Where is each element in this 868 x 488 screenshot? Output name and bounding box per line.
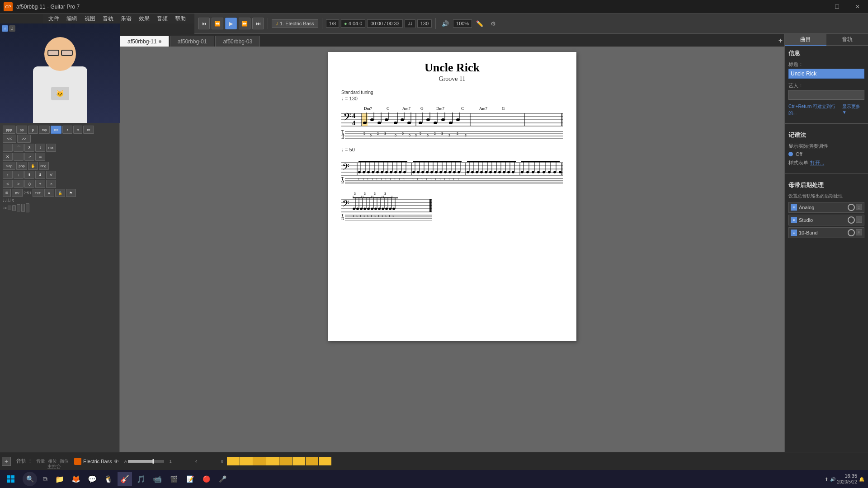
fast-forward-button[interactable]: ⏩ [239, 18, 250, 29]
f-btn[interactable]: f [62, 126, 72, 134]
notation-toggle-on[interactable] [788, 152, 793, 156]
settings-icon[interactable]: ⚙ [487, 18, 499, 29]
prev-bar-btn[interactable]: << [3, 135, 16, 143]
flag-btn[interactable]: ⚑ [66, 189, 76, 197]
tab-songs[interactable]: 曲目 [785, 34, 826, 46]
menu-effects[interactable]: 效果 [135, 14, 153, 23]
title-input[interactable] [788, 69, 864, 79]
track-block-2[interactable] [240, 457, 253, 465]
close-button[interactable]: ✕ [847, 0, 868, 14]
up-btn[interactable]: ↑ [3, 171, 13, 179]
fx-analog-cycle-btn[interactable] [848, 204, 855, 211]
pencil-tool-icon[interactable]: ✏️ [474, 18, 486, 29]
start-button[interactable] [0, 470, 22, 488]
vel-bar-2[interactable] [12, 205, 16, 211]
artist-input[interactable] [788, 90, 864, 100]
dot-btn[interactable]: · [3, 144, 13, 152]
minimize-button[interactable]: — [806, 0, 826, 14]
bend-btn[interactable]: ↗ [24, 153, 34, 161]
vibrato-btn[interactable]: ~ [14, 153, 24, 161]
vel-bar-1[interactable] [8, 206, 11, 210]
up-fast-btn[interactable]: ⬆ [24, 171, 34, 179]
taskbar-app-5[interactable]: 📹 [150, 472, 165, 486]
track-block-7[interactable] [306, 457, 318, 465]
play-button[interactable]: ▶ [225, 18, 237, 29]
taskbar-app-7[interactable]: 📝 [183, 472, 197, 486]
menu-edit[interactable]: 编辑 [63, 14, 81, 23]
menu-help[interactable]: 帮助 [171, 14, 189, 23]
ff-btn[interactable]: ff [73, 126, 82, 134]
slap-btn[interactable]: slap [3, 162, 15, 170]
open-style-btn[interactable]: 打开... [810, 160, 824, 166]
A-btn[interactable]: A [44, 189, 54, 197]
fx-studio-more-btn[interactable]: ⋮ [856, 216, 862, 223]
vel-bar-3[interactable] [17, 204, 20, 211]
tab-tracks[interactable]: 音轨 [826, 34, 868, 46]
menu-track[interactable]: 音轨 [99, 14, 117, 23]
tab-af50rbbg-01[interactable]: af50rbbg-01 [170, 36, 215, 47]
fx-studio-cycle-btn[interactable] [848, 216, 855, 224]
tab-af50rbbg-11[interactable]: af50rbbg-11 [120, 36, 169, 47]
pp-btn[interactable]: pp [16, 126, 27, 134]
add-symbol-btn[interactable]: + [35, 180, 45, 188]
grid-btn[interactable]: ⊞ [3, 189, 11, 197]
vel-bar-4[interactable] [21, 204, 25, 212]
angle-r-btn[interactable]: > [14, 180, 24, 188]
bv-btn[interactable]: BV [12, 189, 23, 197]
sound-toggle-icon[interactable]: 🔊 [439, 18, 451, 29]
add-tab-button[interactable]: + [778, 37, 783, 44]
ppp-btn[interactable]: ppp [3, 126, 15, 134]
ghost-note-btn[interactable]: PM. [46, 144, 56, 152]
taskbar-app-1[interactable]: 🦊 [69, 472, 83, 486]
fx-10band-cycle-btn[interactable] [848, 229, 855, 236]
track-label[interactable]: 音轨 ⋮ [16, 458, 33, 465]
track-block-1[interactable] [227, 457, 240, 465]
taskbar-app-6[interactable]: 🎬 [166, 472, 181, 486]
trem-btn[interactable]: ≋ [35, 153, 45, 161]
notification-icon[interactable]: 🔔 [859, 477, 864, 482]
txt-btn[interactable]: TXT [33, 189, 43, 197]
fx-analog-more-btn[interactable]: ⋮ [856, 204, 862, 210]
taskbar-app-8[interactable]: 🔴 [199, 472, 213, 486]
show-more-btn[interactable]: Ctrl+Return 可建立到行的... [788, 103, 840, 116]
add-track-button[interactable]: + [2, 457, 11, 466]
V-btn[interactable]: V [46, 171, 56, 179]
pop-btn[interactable]: pop [16, 162, 27, 170]
vel-bar-5[interactable] [26, 203, 29, 212]
score-area[interactable]: Uncle Rick Groove 11 Standard tuning ♩ =… [120, 47, 784, 452]
track-volume-slider[interactable] [128, 460, 164, 463]
tie-btn[interactable]: ⌒ [14, 144, 24, 152]
taskbar-app-4[interactable]: 🎵 [134, 472, 148, 486]
rewind-end-button[interactable]: ⏮ [198, 18, 210, 29]
lock-btn[interactable]: 🔒 [55, 189, 65, 197]
p-btn[interactable]: p [28, 126, 38, 134]
next-bar-btn[interactable]: >> [17, 135, 31, 143]
fx-10band-more-btn[interactable]: ⋮ [856, 229, 862, 235]
rewind-button[interactable]: ⏪ [212, 18, 223, 29]
track-visibility-btn[interactable]: 👁 [114, 459, 119, 464]
mp-btn[interactable]: mp [39, 126, 50, 134]
track-block-4[interactable] [266, 457, 279, 465]
mf-btn[interactable]: mf [51, 126, 61, 134]
taskbar-app-9[interactable]: 🎤 [215, 472, 230, 486]
maximize-button[interactable]: ☐ [826, 0, 847, 14]
fff-btn[interactable]: fff [83, 126, 94, 134]
search-button[interactable]: 🔍 [23, 472, 37, 486]
x-note-btn[interactable]: ✕ [3, 153, 13, 161]
tab-af50rbbg-03[interactable]: af50rbbg-03 [215, 36, 260, 47]
task-view-button[interactable]: ⧉ [38, 472, 52, 486]
track-block-3[interactable] [253, 457, 266, 465]
taskbar-app-3[interactable]: 🐧 [101, 472, 116, 486]
taskbar-app-guitar[interactable]: 🎸 [118, 472, 132, 486]
fermata-btn[interactable]: 𝄐 [46, 180, 56, 188]
menu-audio[interactable]: 音频 [153, 14, 171, 23]
track-block-5[interactable] [279, 457, 292, 465]
clock-area[interactable]: 16:35 2020/5/22 [837, 473, 858, 484]
track-block-6[interactable] [292, 457, 305, 465]
menu-view[interactable]: 视图 [81, 14, 99, 23]
show-more-label[interactable]: 显示更多 ▼ [842, 103, 864, 116]
taskbar-app-2[interactable]: 💬 [85, 472, 99, 486]
menu-file[interactable]: 文件 [45, 14, 63, 23]
ring-btn[interactable]: ring. [39, 162, 49, 170]
triplet-btn[interactable]: 3 [24, 144, 34, 152]
